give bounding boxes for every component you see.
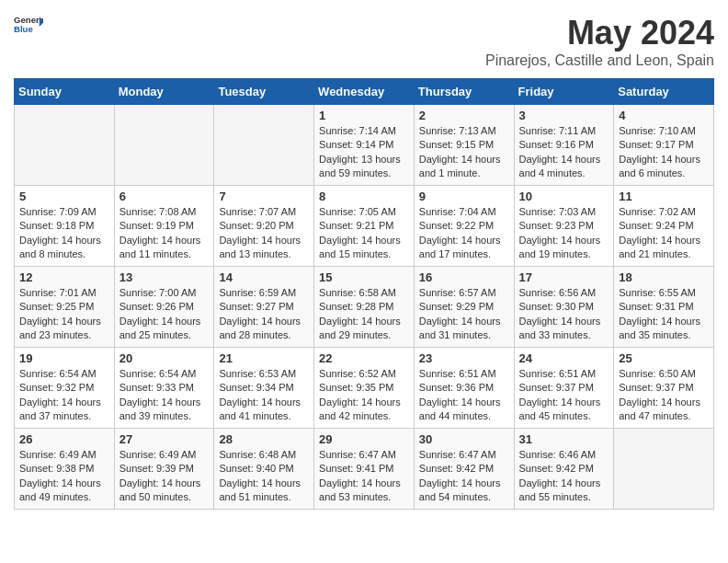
day-content: Sunrise: 7:04 AM Sunset: 9:22 PM Dayligh… (419, 205, 509, 262)
day-content: Sunrise: 7:07 AM Sunset: 9:20 PM Dayligh… (219, 205, 309, 262)
cell-3-4: 23Sunrise: 6:51 AM Sunset: 9:36 PM Dayli… (414, 348, 514, 429)
day-number: 4 (619, 109, 709, 122)
day-number: 3 (519, 109, 609, 122)
day-content: Sunrise: 6:56 AM Sunset: 9:30 PM Dayligh… (519, 286, 609, 343)
cell-2-5: 17Sunrise: 6:56 AM Sunset: 9:30 PM Dayli… (514, 267, 614, 348)
day-number: 26 (19, 432, 109, 446)
cell-4-0: 26Sunrise: 6:49 AM Sunset: 9:38 PM Dayli… (15, 429, 115, 510)
cell-4-1: 27Sunrise: 6:49 AM Sunset: 9:39 PM Dayli… (114, 429, 214, 510)
day-number: 8 (319, 190, 409, 203)
day-number: 13 (119, 270, 210, 284)
day-number: 16 (419, 270, 509, 284)
day-number: 14 (219, 270, 309, 284)
cell-0-4: 2Sunrise: 7:13 AM Sunset: 9:15 PM Daylig… (414, 105, 514, 186)
cell-1-0: 5Sunrise: 7:09 AM Sunset: 9:18 PM Daylig… (15, 186, 115, 267)
day-number: 31 (519, 432, 609, 446)
cell-2-2: 14Sunrise: 6:59 AM Sunset: 9:27 PM Dayli… (214, 267, 314, 348)
cell-4-4: 30Sunrise: 6:47 AM Sunset: 9:42 PM Dayli… (414, 429, 514, 510)
cell-1-2: 7Sunrise: 7:07 AM Sunset: 9:20 PM Daylig… (214, 186, 314, 267)
cell-3-0: 19Sunrise: 6:54 AM Sunset: 9:32 PM Dayli… (15, 348, 115, 429)
day-content: Sunrise: 6:52 AM Sunset: 9:35 PM Dayligh… (319, 367, 409, 424)
day-content: Sunrise: 6:53 AM Sunset: 9:34 PM Dayligh… (219, 367, 309, 424)
cell-3-5: 24Sunrise: 6:51 AM Sunset: 9:37 PM Dayli… (514, 348, 614, 429)
header-row: SundayMondayTuesdayWednesdayThursdayFrid… (15, 79, 714, 105)
day-number: 30 (419, 432, 509, 446)
day-content: Sunrise: 6:47 AM Sunset: 9:42 PM Dayligh… (419, 448, 509, 505)
cell-3-2: 21Sunrise: 6:53 AM Sunset: 9:34 PM Dayli… (214, 348, 314, 429)
day-number: 25 (619, 351, 709, 365)
day-content: Sunrise: 7:01 AM Sunset: 9:25 PM Dayligh… (19, 286, 109, 343)
cell-0-5: 3Sunrise: 7:11 AM Sunset: 9:16 PM Daylig… (514, 105, 614, 186)
cell-4-3: 29Sunrise: 6:47 AM Sunset: 9:41 PM Dayli… (314, 429, 415, 510)
cell-1-4: 9Sunrise: 7:04 AM Sunset: 9:22 PM Daylig… (414, 186, 514, 267)
day-number: 12 (19, 270, 109, 284)
day-content: Sunrise: 7:09 AM Sunset: 9:18 PM Dayligh… (19, 205, 109, 262)
header-tuesday: Tuesday (214, 79, 314, 105)
day-content: Sunrise: 7:08 AM Sunset: 9:19 PM Dayligh… (119, 205, 210, 262)
day-number: 1 (319, 109, 409, 122)
header-sunday: Sunday (15, 79, 115, 105)
cell-2-3: 15Sunrise: 6:58 AM Sunset: 9:28 PM Dayli… (314, 267, 415, 348)
calendar-table: SundayMondayTuesdayWednesdayThursdayFrid… (14, 78, 714, 510)
day-content: Sunrise: 7:13 AM Sunset: 9:15 PM Dayligh… (419, 124, 509, 181)
title-area: May 2024 Pinarejos, Castille and Leon, S… (485, 14, 714, 69)
day-number: 9 (419, 190, 509, 203)
week-row-4: 19Sunrise: 6:54 AM Sunset: 9:32 PM Dayli… (15, 348, 714, 429)
subtitle: Pinarejos, Castille and Leon, Spain (485, 52, 714, 69)
day-content: Sunrise: 6:46 AM Sunset: 9:42 PM Dayligh… (519, 448, 609, 505)
cell-1-3: 8Sunrise: 7:05 AM Sunset: 9:21 PM Daylig… (314, 186, 415, 267)
cell-1-6: 11Sunrise: 7:02 AM Sunset: 9:24 PM Dayli… (614, 186, 714, 267)
day-content: Sunrise: 6:55 AM Sunset: 9:31 PM Dayligh… (619, 286, 709, 343)
day-content: Sunrise: 7:00 AM Sunset: 9:26 PM Dayligh… (119, 286, 210, 343)
cell-0-2 (214, 105, 314, 186)
header-monday: Monday (114, 79, 214, 105)
logo-svg: General Blue (14, 14, 43, 40)
logo: General Blue (14, 14, 43, 40)
day-number: 22 (319, 351, 409, 365)
cell-1-5: 10Sunrise: 7:03 AM Sunset: 9:23 PM Dayli… (514, 186, 614, 267)
day-number: 11 (619, 190, 709, 203)
cell-2-1: 13Sunrise: 7:00 AM Sunset: 9:26 PM Dayli… (114, 267, 214, 348)
day-content: Sunrise: 7:11 AM Sunset: 9:16 PM Dayligh… (519, 124, 609, 181)
day-number: 23 (419, 351, 509, 365)
day-content: Sunrise: 6:51 AM Sunset: 9:37 PM Dayligh… (519, 367, 609, 424)
day-content: Sunrise: 6:50 AM Sunset: 9:37 PM Dayligh… (619, 367, 709, 424)
week-row-5: 26Sunrise: 6:49 AM Sunset: 9:38 PM Dayli… (15, 429, 714, 510)
day-number: 20 (119, 351, 210, 365)
cell-2-4: 16Sunrise: 6:57 AM Sunset: 9:29 PM Dayli… (414, 267, 514, 348)
day-content: Sunrise: 6:59 AM Sunset: 9:27 PM Dayligh… (219, 286, 309, 343)
day-content: Sunrise: 6:49 AM Sunset: 9:38 PM Dayligh… (19, 448, 109, 505)
day-content: Sunrise: 6:58 AM Sunset: 9:28 PM Dayligh… (319, 286, 409, 343)
day-content: Sunrise: 7:03 AM Sunset: 9:23 PM Dayligh… (519, 205, 609, 262)
day-number: 29 (319, 432, 409, 446)
day-number: 28 (219, 432, 309, 446)
day-number: 24 (519, 351, 609, 365)
cell-4-6 (614, 429, 714, 510)
day-content: Sunrise: 7:14 AM Sunset: 9:14 PM Dayligh… (319, 124, 409, 181)
cell-2-6: 18Sunrise: 6:55 AM Sunset: 9:31 PM Dayli… (614, 267, 714, 348)
cell-0-3: 1Sunrise: 7:14 AM Sunset: 9:14 PM Daylig… (314, 105, 415, 186)
day-content: Sunrise: 6:54 AM Sunset: 9:32 PM Dayligh… (19, 367, 109, 424)
cell-2-0: 12Sunrise: 7:01 AM Sunset: 9:25 PM Dayli… (15, 267, 115, 348)
day-content: Sunrise: 7:05 AM Sunset: 9:21 PM Dayligh… (319, 205, 409, 262)
week-row-3: 12Sunrise: 7:01 AM Sunset: 9:25 PM Dayli… (15, 267, 714, 348)
day-content: Sunrise: 6:57 AM Sunset: 9:29 PM Dayligh… (419, 286, 509, 343)
week-row-1: 1Sunrise: 7:14 AM Sunset: 9:14 PM Daylig… (15, 105, 714, 186)
header-wednesday: Wednesday (314, 79, 415, 105)
day-number: 2 (419, 109, 509, 122)
cell-4-2: 28Sunrise: 6:48 AM Sunset: 9:40 PM Dayli… (214, 429, 314, 510)
header: General Blue May 2024 Pinarejos, Castill… (14, 14, 714, 69)
header-friday: Friday (514, 79, 614, 105)
header-saturday: Saturday (614, 79, 714, 105)
day-content: Sunrise: 7:10 AM Sunset: 9:17 PM Dayligh… (619, 124, 709, 181)
week-row-2: 5Sunrise: 7:09 AM Sunset: 9:18 PM Daylig… (15, 186, 714, 267)
day-number: 18 (619, 270, 709, 284)
day-number: 5 (19, 190, 109, 203)
cell-0-6: 4Sunrise: 7:10 AM Sunset: 9:17 PM Daylig… (614, 105, 714, 186)
day-content: Sunrise: 6:47 AM Sunset: 9:41 PM Dayligh… (319, 448, 409, 505)
main-title: May 2024 (485, 14, 714, 52)
day-number: 6 (119, 190, 210, 203)
day-number: 17 (519, 270, 609, 284)
cell-1-1: 6Sunrise: 7:08 AM Sunset: 9:19 PM Daylig… (114, 186, 214, 267)
day-number: 10 (519, 190, 609, 203)
